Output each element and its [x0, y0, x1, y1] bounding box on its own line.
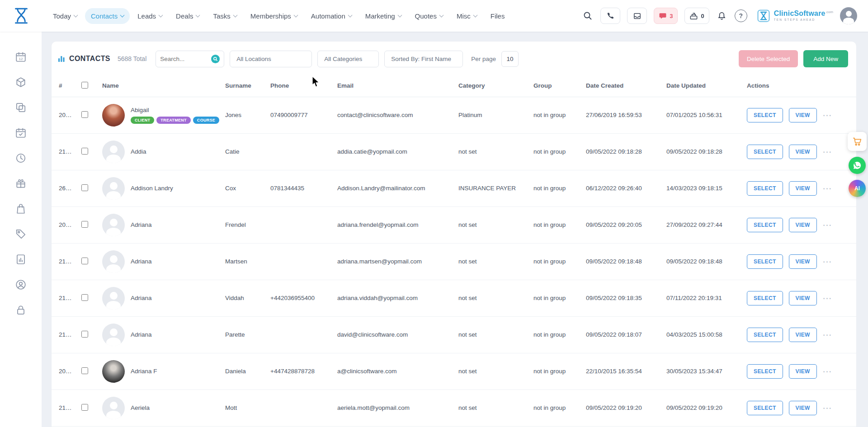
contact-name[interactable]: Adriana — [131, 221, 152, 228]
nav-item-files[interactable]: Files — [485, 8, 511, 24]
nav-item-automation[interactable]: Automation — [305, 8, 358, 24]
row-checkbox[interactable] — [81, 367, 88, 374]
contact-surname: Daniela — [222, 353, 267, 389]
lock-icon[interactable] — [15, 304, 27, 316]
contact-name[interactable]: Adriana — [131, 258, 152, 265]
view-button[interactable]: VIEW — [789, 364, 817, 379]
per-page-selector[interactable]: 10 — [501, 51, 519, 67]
row-checkbox[interactable] — [81, 404, 88, 411]
nav-item-memberships[interactable]: Memberships — [245, 8, 303, 24]
view-button[interactable]: VIEW — [789, 218, 817, 232]
help-icon[interactable]: ? — [735, 9, 747, 22]
register-button[interactable]: 0 — [684, 8, 709, 24]
avatar — [102, 104, 125, 127]
select-button[interactable]: SELECT — [747, 145, 783, 159]
select-button[interactable]: SELECT — [747, 364, 783, 379]
row-more-icon[interactable]: ⋯ — [823, 366, 832, 376]
contact-name[interactable]: Adriana F — [131, 368, 157, 375]
row-checkbox[interactable] — [81, 294, 88, 301]
row-checkbox[interactable] — [81, 184, 88, 191]
select-button[interactable]: SELECT — [747, 328, 783, 342]
history-icon[interactable] — [15, 152, 27, 164]
schedule-icon[interactable] — [15, 127, 27, 139]
search-icon[interactable] — [582, 10, 594, 22]
gift-icon[interactable] — [15, 178, 27, 189]
nav-item-marketing[interactable]: Marketing — [359, 8, 407, 24]
nav-item-misc[interactable]: Misc — [451, 8, 483, 24]
contact-name[interactable]: Addison Landry — [131, 185, 173, 192]
phone-button[interactable] — [600, 8, 620, 24]
column-header: # — [52, 75, 78, 97]
sort-filter[interactable]: Sorted By: First Name — [384, 51, 463, 67]
row-more-icon[interactable]: ⋯ — [823, 257, 832, 267]
row-more-icon[interactable]: ⋯ — [823, 110, 832, 120]
select-button[interactable]: SELECT — [747, 181, 783, 196]
row-more-icon[interactable]: ⋯ — [823, 183, 832, 193]
nav-item-quotes[interactable]: Quotes — [409, 8, 449, 24]
copy-icon[interactable] — [15, 102, 27, 113]
contact-name[interactable]: Addia — [131, 148, 146, 155]
nav-item-deals[interactable]: Deals — [170, 8, 205, 24]
row-checkbox[interactable] — [81, 148, 88, 155]
select-button[interactable]: SELECT — [747, 218, 783, 232]
view-button[interactable]: VIEW — [789, 181, 817, 196]
nav-item-contacts[interactable]: Contacts — [85, 8, 130, 24]
whatsapp-widget[interactable] — [849, 157, 866, 174]
app-logo[interactable] — [11, 5, 32, 26]
nav-item-today[interactable]: Today — [47, 8, 83, 24]
row-more-icon[interactable]: ⋯ — [823, 220, 832, 230]
box-icon[interactable] — [15, 76, 27, 88]
tag-icon[interactable] — [15, 228, 27, 240]
locations-filter[interactable]: All Locations — [230, 51, 312, 67]
report-icon[interactable] — [15, 253, 27, 265]
row-checkbox[interactable] — [81, 221, 88, 228]
add-new-button[interactable]: Add New — [803, 50, 848, 67]
delete-selected-button[interactable]: Delete Selected — [739, 50, 798, 67]
nav-item-leads[interactable]: Leads — [132, 8, 168, 24]
calendar-icon[interactable]: 12 — [15, 51, 27, 63]
search-input[interactable] — [160, 56, 211, 62]
view-button[interactable]: VIEW — [789, 401, 817, 415]
view-button[interactable]: VIEW — [789, 254, 817, 269]
chat-button[interactable]: 3 — [654, 8, 678, 24]
table-row: 21280 Aeriela Mott aeriela.mott@yopmail.… — [52, 389, 856, 426]
select-button[interactable]: SELECT — [747, 108, 783, 122]
user-avatar[interactable] — [840, 7, 857, 24]
shopping-bag-icon[interactable] — [15, 203, 27, 215]
contact-name[interactable]: Adriana — [131, 295, 152, 301]
cart-widget[interactable] — [848, 132, 867, 151]
column-header: Group — [530, 75, 582, 97]
row-more-icon[interactable]: ⋯ — [823, 330, 832, 340]
row-more-icon[interactable]: ⋯ — [823, 403, 832, 413]
select-button[interactable]: SELECT — [747, 254, 783, 269]
inbox-button[interactable] — [627, 8, 647, 24]
view-button[interactable]: VIEW — [789, 328, 817, 342]
contact-name[interactable]: Abigail — [131, 107, 149, 113]
contact-name[interactable]: Aeriela — [131, 404, 150, 411]
search-submit-icon[interactable] — [211, 55, 220, 63]
contact-phone — [267, 389, 334, 426]
nav-item-tasks[interactable]: Tasks — [207, 8, 242, 24]
select-button[interactable]: SELECT — [747, 291, 783, 305]
row-checkbox[interactable] — [81, 331, 88, 338]
select-all-checkbox[interactable] — [81, 82, 88, 89]
date-updated: 07/01/2025 10:56:31 — [663, 97, 743, 133]
row-checkbox[interactable] — [81, 258, 88, 264]
brand-logo[interactable]: ClinicSoftware.com TEN STEPS AHEAD — [757, 9, 833, 23]
row-checkbox[interactable] — [81, 111, 88, 118]
select-button[interactable]: SELECT — [747, 401, 783, 415]
contact-phone — [267, 243, 334, 280]
contact-email: aeriela.mott@yopmail.com — [334, 389, 455, 426]
view-button[interactable]: VIEW — [789, 291, 817, 305]
support-icon[interactable] — [15, 279, 27, 291]
row-more-icon[interactable]: ⋯ — [823, 293, 832, 303]
nav-item-label: Deals — [176, 12, 193, 20]
bell-icon[interactable] — [716, 10, 728, 22]
view-button[interactable]: VIEW — [789, 145, 817, 159]
categories-filter[interactable]: All Categories — [317, 51, 379, 67]
contact-name[interactable]: Adriana — [131, 331, 152, 338]
contact-group: not in group — [530, 243, 582, 280]
ai-widget[interactable]: AI — [849, 180, 866, 197]
view-button[interactable]: VIEW — [789, 108, 817, 122]
row-more-icon[interactable]: ⋯ — [823, 147, 832, 157]
